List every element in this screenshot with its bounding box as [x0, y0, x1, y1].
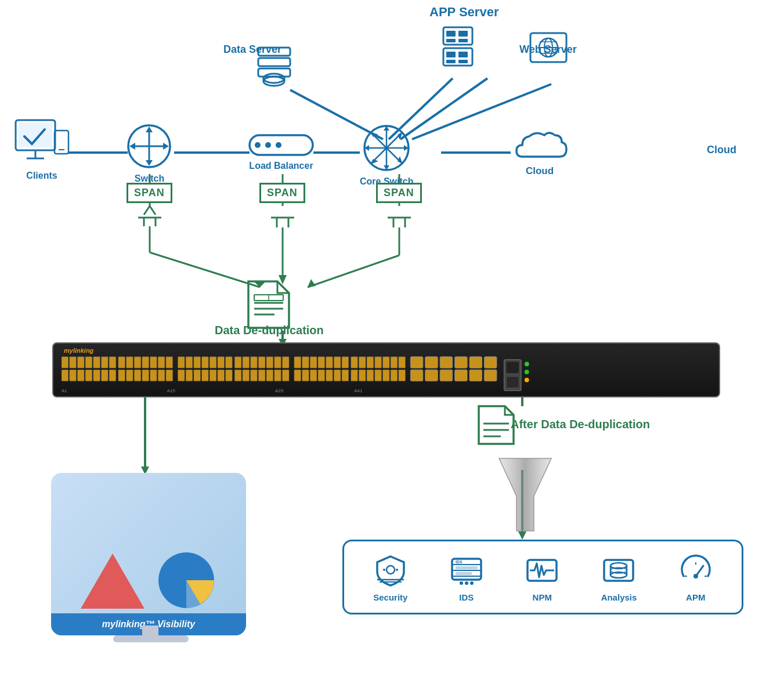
- svg-rect-103: [77, 357, 84, 368]
- svg-rect-142: [282, 357, 289, 368]
- svg-point-200: [525, 362, 529, 367]
- svg-rect-161: [326, 357, 333, 368]
- ids-label: IDS: [459, 592, 474, 602]
- svg-point-219: [460, 581, 463, 585]
- svg-rect-108: [118, 357, 125, 368]
- svg-rect-102: [70, 357, 77, 368]
- svg-rect-115: [62, 370, 68, 381]
- svg-line-10: [150, 206, 156, 215]
- svg-rect-120: [101, 370, 108, 381]
- tool-apm: APM: [679, 554, 713, 602]
- svg-rect-131: [194, 357, 201, 368]
- svg-rect-118: [85, 370, 92, 381]
- svg-rect-137: [243, 357, 250, 368]
- svg-rect-159: [310, 357, 317, 368]
- svg-rect-196: [484, 370, 497, 381]
- svg-rect-123: [126, 370, 133, 381]
- svg-rect-174: [318, 370, 325, 381]
- svg-line-2: [400, 78, 487, 139]
- svg-line-90: [373, 148, 386, 161]
- dedup-main-label: Data De-duplication: [215, 324, 324, 337]
- svg-rect-179: [359, 370, 366, 381]
- svg-rect-176: [334, 370, 341, 381]
- svg-marker-89: [398, 132, 403, 140]
- svg-rect-129: [178, 357, 185, 368]
- svg-rect-150: [234, 370, 241, 381]
- svg-rect-191: [455, 357, 468, 368]
- svg-point-233: [693, 574, 698, 578]
- svg-rect-37: [258, 48, 290, 56]
- tool-analysis: Analysis: [601, 554, 637, 602]
- svg-rect-47: [446, 39, 456, 42]
- svg-point-202: [525, 378, 529, 382]
- svg-rect-136: [234, 357, 241, 368]
- svg-rect-177: [342, 370, 349, 381]
- svg-rect-173: [310, 370, 317, 381]
- svg-rect-194: [469, 370, 482, 381]
- svg-rect-145: [194, 370, 201, 381]
- apm-label: APM: [686, 592, 705, 602]
- svg-rect-188: [425, 370, 438, 381]
- svg-rect-101: [62, 357, 68, 368]
- svg-rect-155: [274, 370, 281, 381]
- svg-rect-111: [142, 357, 149, 368]
- svg-line-94: [373, 135, 386, 148]
- svg-rect-168: [382, 357, 389, 368]
- svg-rect-128: [166, 370, 173, 381]
- dedup-icon: [243, 279, 295, 331]
- svg-rect-218: [456, 572, 472, 575]
- svg-rect-199: [507, 377, 519, 388]
- svg-rect-127: [158, 370, 165, 381]
- security-label: Security: [373, 592, 407, 602]
- svg-rect-106: [101, 357, 108, 368]
- svg-rect-46: [458, 31, 468, 37]
- svg-rect-185: [410, 357, 423, 368]
- svg-rect-124: [134, 370, 141, 381]
- svg-rect-186: [410, 370, 423, 381]
- svg-rect-157: [294, 357, 301, 368]
- svg-marker-29: [308, 279, 316, 287]
- funnel-shape: [496, 455, 554, 537]
- svg-rect-139: [258, 357, 265, 368]
- svg-rect-193: [469, 357, 482, 368]
- svg-rect-105: [93, 357, 100, 368]
- tools-box: Security IDS IDS: [342, 540, 743, 614]
- tool-ids: IDS IDS: [450, 554, 483, 602]
- svg-rect-51: [458, 52, 468, 57]
- svg-rect-110: [134, 357, 141, 368]
- svg-rect-104: [85, 357, 92, 368]
- svg-rect-107: [109, 357, 116, 368]
- svg-rect-181: [375, 370, 382, 381]
- svg-rect-134: [218, 357, 225, 368]
- load-balancer-icon: Load Balancer: [248, 131, 315, 171]
- load-balancer-label: Load Balancer: [249, 161, 313, 171]
- svg-rect-190: [440, 370, 453, 381]
- diagram-container: APP Server Data Server Web Server Cloud: [0, 0, 784, 687]
- svg-rect-138: [251, 357, 258, 368]
- svg-rect-189: [440, 357, 453, 368]
- svg-rect-122: [118, 370, 125, 381]
- svg-marker-70: [146, 160, 153, 166]
- svg-rect-147: [209, 370, 216, 381]
- cloud-label-node: Cloud: [526, 165, 554, 177]
- svg-rect-162: [334, 357, 341, 368]
- svg-rect-53: [458, 60, 468, 63]
- svg-point-78: [276, 142, 281, 148]
- svg-point-211: [396, 569, 398, 571]
- svg-point-210: [383, 569, 385, 571]
- visibility-shapes: [81, 473, 217, 613]
- svg-rect-178: [351, 370, 358, 381]
- web-server-icon: [528, 32, 569, 78]
- svg-rect-38: [258, 58, 290, 66]
- triangle-shape: [81, 554, 144, 609]
- svg-rect-148: [218, 370, 225, 381]
- svg-rect-140: [266, 357, 273, 368]
- svg-rect-143: [178, 370, 185, 381]
- svg-rect-141: [274, 357, 281, 368]
- svg-rect-144: [186, 370, 193, 381]
- svg-rect-164: [351, 357, 358, 368]
- span-box-lb: SPAN: [259, 183, 305, 203]
- app-server-icons: [441, 26, 475, 73]
- svg-rect-50: [446, 52, 456, 57]
- svg-point-201: [525, 370, 529, 374]
